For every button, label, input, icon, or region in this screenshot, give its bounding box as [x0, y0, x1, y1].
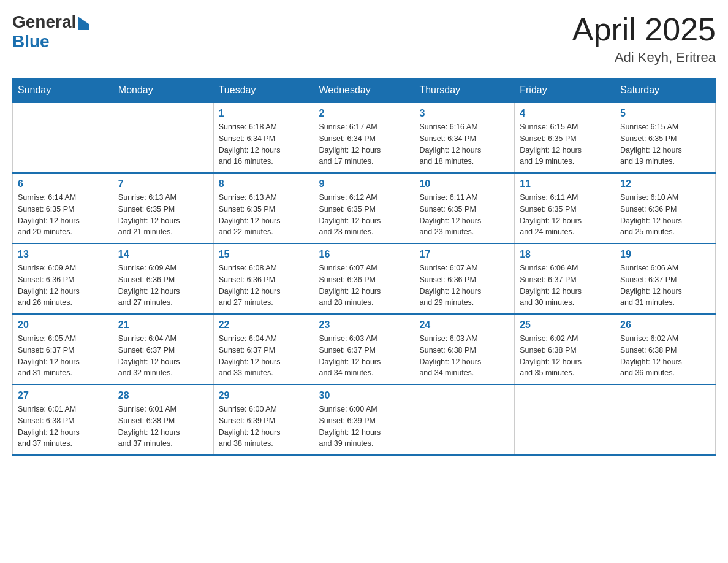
- day-number: 3: [419, 108, 509, 119]
- calendar-cell: 6Sunrise: 6:14 AMSunset: 6:35 PMDaylight…: [13, 173, 113, 243]
- calendar-cell: 11Sunrise: 6:11 AMSunset: 6:35 PMDayligh…: [515, 173, 615, 243]
- day-number: 21: [118, 320, 208, 331]
- day-info: Sunrise: 6:07 AMSunset: 6:36 PMDaylight:…: [419, 262, 509, 308]
- calendar-week-row: 27Sunrise: 6:01 AMSunset: 6:38 PMDayligh…: [13, 385, 716, 455]
- day-info: Sunrise: 6:18 AMSunset: 6:34 PMDaylight:…: [219, 121, 309, 167]
- calendar-cell: 20Sunrise: 6:05 AMSunset: 6:37 PMDayligh…: [13, 314, 113, 385]
- calendar-cell: 19Sunrise: 6:06 AMSunset: 6:37 PMDayligh…: [615, 243, 716, 314]
- calendar-cell: [515, 385, 615, 455]
- day-number: 7: [118, 178, 208, 190]
- day-number: 24: [419, 320, 509, 331]
- title-block: April 2025 Adi Keyh, Eritrea: [572, 12, 716, 66]
- calendar-day-header: Wednesday: [314, 79, 414, 103]
- location-title: Adi Keyh, Eritrea: [572, 50, 716, 66]
- day-number: 11: [520, 178, 610, 190]
- day-info: Sunrise: 6:03 AMSunset: 6:37 PMDaylight:…: [319, 333, 409, 379]
- calendar-cell: 14Sunrise: 6:09 AMSunset: 6:36 PMDayligh…: [113, 243, 213, 314]
- logo-icon: General Blue: [12, 12, 89, 52]
- day-number: 20: [18, 320, 108, 331]
- day-number: 30: [319, 390, 409, 401]
- day-info: Sunrise: 6:09 AMSunset: 6:36 PMDaylight:…: [118, 262, 208, 308]
- calendar-cell: 23Sunrise: 6:03 AMSunset: 6:37 PMDayligh…: [314, 314, 414, 385]
- logo-blue-text: Blue: [12, 32, 50, 52]
- day-info: Sunrise: 6:06 AMSunset: 6:37 PMDaylight:…: [620, 262, 710, 308]
- day-number: 25: [520, 320, 610, 331]
- calendar-cell: 25Sunrise: 6:02 AMSunset: 6:38 PMDayligh…: [515, 314, 615, 385]
- day-number: 13: [18, 249, 108, 260]
- day-number: 12: [620, 178, 710, 190]
- day-info: Sunrise: 6:03 AMSunset: 6:38 PMDaylight:…: [419, 333, 509, 379]
- day-number: 23: [319, 320, 409, 331]
- calendar-cell: [615, 385, 716, 455]
- calendar-cell: 5Sunrise: 6:15 AMSunset: 6:35 PMDaylight…: [615, 102, 716, 173]
- day-number: 27: [18, 390, 108, 401]
- calendar-day-header: Saturday: [615, 79, 716, 103]
- day-info: Sunrise: 6:04 AMSunset: 6:37 PMDaylight:…: [118, 333, 208, 379]
- calendar-cell: 17Sunrise: 6:07 AMSunset: 6:36 PMDayligh…: [414, 243, 515, 314]
- day-info: Sunrise: 6:15 AMSunset: 6:35 PMDaylight:…: [520, 121, 610, 167]
- calendar-cell: 8Sunrise: 6:13 AMSunset: 6:35 PMDaylight…: [213, 173, 314, 243]
- day-number: 1: [219, 108, 309, 119]
- calendar-cell: [13, 102, 113, 173]
- calendar-cell: 27Sunrise: 6:01 AMSunset: 6:38 PMDayligh…: [13, 385, 113, 455]
- day-info: Sunrise: 6:11 AMSunset: 6:35 PMDaylight:…: [419, 192, 509, 238]
- day-info: Sunrise: 6:07 AMSunset: 6:36 PMDaylight:…: [319, 262, 409, 308]
- day-number: 14: [118, 249, 208, 260]
- day-number: 19: [620, 249, 710, 260]
- day-number: 2: [319, 108, 409, 119]
- calendar-cell: 1Sunrise: 6:18 AMSunset: 6:34 PMDaylight…: [213, 102, 314, 173]
- day-number: 5: [620, 108, 710, 119]
- day-number: 15: [219, 249, 309, 260]
- day-info: Sunrise: 6:08 AMSunset: 6:36 PMDaylight:…: [219, 262, 309, 308]
- calendar-day-header: Tuesday: [213, 79, 314, 103]
- day-info: Sunrise: 6:00 AMSunset: 6:39 PMDaylight:…: [319, 404, 409, 450]
- day-info: Sunrise: 6:17 AMSunset: 6:34 PMDaylight:…: [319, 121, 409, 167]
- day-info: Sunrise: 6:16 AMSunset: 6:34 PMDaylight:…: [419, 121, 509, 167]
- calendar-cell: 28Sunrise: 6:01 AMSunset: 6:38 PMDayligh…: [113, 385, 213, 455]
- calendar-cell: 18Sunrise: 6:06 AMSunset: 6:37 PMDayligh…: [515, 243, 615, 314]
- calendar-cell: 26Sunrise: 6:02 AMSunset: 6:38 PMDayligh…: [615, 314, 716, 385]
- page-header: General Blue April 2025 Adi Keyh, Eritre…: [12, 12, 716, 66]
- calendar-cell: 16Sunrise: 6:07 AMSunset: 6:36 PMDayligh…: [314, 243, 414, 314]
- day-info: Sunrise: 6:01 AMSunset: 6:38 PMDaylight:…: [118, 404, 208, 450]
- day-info: Sunrise: 6:10 AMSunset: 6:36 PMDaylight:…: [620, 192, 710, 238]
- day-info: Sunrise: 6:02 AMSunset: 6:38 PMDaylight:…: [520, 333, 610, 379]
- day-number: 16: [319, 249, 409, 260]
- day-number: 18: [520, 249, 610, 260]
- calendar-cell: [414, 385, 515, 455]
- calendar-day-header: Monday: [113, 79, 213, 103]
- day-number: 28: [118, 390, 208, 401]
- day-number: 8: [219, 178, 309, 190]
- calendar-cell: 22Sunrise: 6:04 AMSunset: 6:37 PMDayligh…: [213, 314, 314, 385]
- day-info: Sunrise: 6:15 AMSunset: 6:35 PMDaylight:…: [620, 121, 710, 167]
- calendar-week-row: 20Sunrise: 6:05 AMSunset: 6:37 PMDayligh…: [13, 314, 716, 385]
- calendar-day-header: Sunday: [13, 79, 113, 103]
- calendar-table: SundayMondayTuesdayWednesdayThursdayFrid…: [12, 78, 716, 456]
- calendar-cell: 10Sunrise: 6:11 AMSunset: 6:35 PMDayligh…: [414, 173, 515, 243]
- day-info: Sunrise: 6:09 AMSunset: 6:36 PMDaylight:…: [18, 262, 108, 308]
- day-number: 6: [18, 178, 108, 190]
- calendar-week-row: 13Sunrise: 6:09 AMSunset: 6:36 PMDayligh…: [13, 243, 716, 314]
- calendar-cell: 21Sunrise: 6:04 AMSunset: 6:37 PMDayligh…: [113, 314, 213, 385]
- calendar-cell: [113, 102, 213, 173]
- day-info: Sunrise: 6:00 AMSunset: 6:39 PMDaylight:…: [219, 404, 309, 450]
- month-title: April 2025: [572, 12, 716, 47]
- day-info: Sunrise: 6:05 AMSunset: 6:37 PMDaylight:…: [18, 333, 108, 379]
- calendar-day-header: Friday: [515, 79, 615, 103]
- day-number: 26: [620, 320, 710, 331]
- calendar-week-row: 6Sunrise: 6:14 AMSunset: 6:35 PMDaylight…: [13, 173, 716, 243]
- day-number: 10: [419, 178, 509, 190]
- calendar-cell: 9Sunrise: 6:12 AMSunset: 6:35 PMDaylight…: [314, 173, 414, 243]
- calendar-cell: 29Sunrise: 6:00 AMSunset: 6:39 PMDayligh…: [213, 385, 314, 455]
- calendar-cell: 24Sunrise: 6:03 AMSunset: 6:38 PMDayligh…: [414, 314, 515, 385]
- day-info: Sunrise: 6:06 AMSunset: 6:37 PMDaylight:…: [520, 262, 610, 308]
- day-info: Sunrise: 6:01 AMSunset: 6:38 PMDaylight:…: [18, 404, 108, 450]
- calendar-cell: 2Sunrise: 6:17 AMSunset: 6:34 PMDaylight…: [314, 102, 414, 173]
- calendar-cell: 30Sunrise: 6:00 AMSunset: 6:39 PMDayligh…: [314, 385, 414, 455]
- day-number: 17: [419, 249, 509, 260]
- logo-general-text: General: [12, 12, 76, 32]
- day-info: Sunrise: 6:04 AMSunset: 6:37 PMDaylight:…: [219, 333, 309, 379]
- calendar-cell: 12Sunrise: 6:10 AMSunset: 6:36 PMDayligh…: [615, 173, 716, 243]
- calendar-week-row: 1Sunrise: 6:18 AMSunset: 6:34 PMDaylight…: [13, 102, 716, 173]
- calendar-day-header: Thursday: [414, 79, 515, 103]
